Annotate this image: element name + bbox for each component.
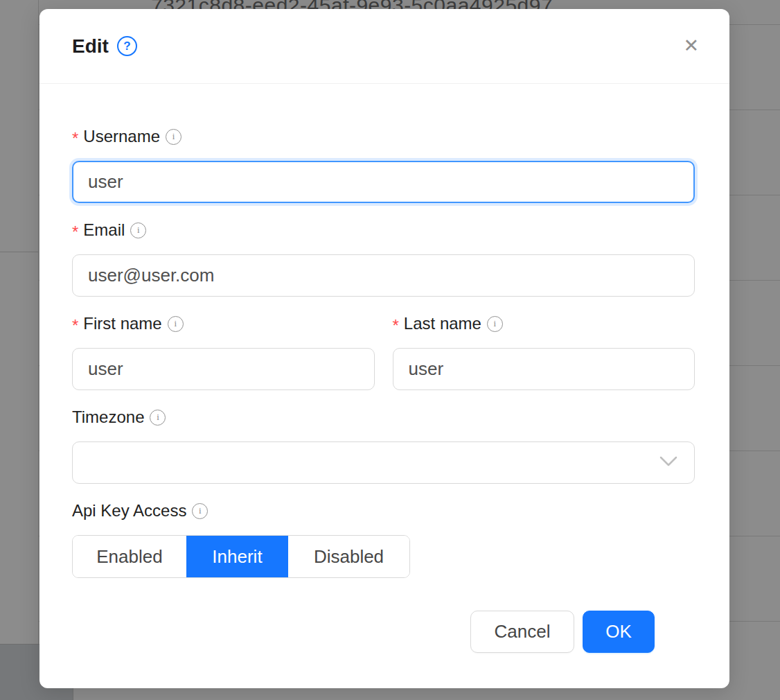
api-key-option-enabled[interactable]: Enabled <box>73 536 186 577</box>
api-key-access-label-row: Api Key Access i <box>72 499 695 523</box>
info-icon[interactable]: i <box>166 129 181 145</box>
api-key-access-group: Enabled Inherit Disabled <box>72 535 410 578</box>
timezone-select[interactable] <box>72 441 695 484</box>
info-icon[interactable]: i <box>487 316 503 332</box>
username-input[interactable] <box>72 161 695 203</box>
first-name-label-row: * First name i <box>72 312 375 335</box>
username-label: Username <box>83 127 160 146</box>
last-name-label: Last name <box>404 314 481 333</box>
form-item-timezone: Timezone i <box>72 405 695 484</box>
info-icon[interactable]: i <box>192 503 208 519</box>
email-label: Email <box>83 220 125 240</box>
form-item-names: * First name i * Last name i <box>72 312 695 390</box>
last-name-label-row: * Last name i <box>393 312 695 335</box>
api-key-option-disabled[interactable]: Disabled <box>288 536 409 577</box>
ok-button[interactable]: OK <box>583 611 655 653</box>
form-item-api-key-access: Api Key Access i Enabled Inherit Disable… <box>72 499 695 578</box>
screen: 7321c8d8-eed2-45af-9e93-5c0aa4925d97 Edi… <box>0 0 780 700</box>
info-icon[interactable]: i <box>150 410 166 426</box>
dialog-header: Edit ? ✕ <box>39 9 729 84</box>
timezone-label-row: Timezone i <box>72 405 695 429</box>
form-item-username: * Username i <box>72 125 695 203</box>
timezone-label: Timezone <box>72 408 144 427</box>
dialog-body: * Username i * Email i * <box>39 84 729 653</box>
dialog-footer: Cancel OK <box>72 593 695 653</box>
required-mark: * <box>393 317 399 334</box>
chevron-down-icon <box>659 456 677 470</box>
first-name-input[interactable] <box>72 348 375 390</box>
help-icon[interactable]: ? <box>117 36 137 56</box>
first-name-label: First name <box>83 314 161 333</box>
email-label-row: * Email i <box>72 218 695 242</box>
required-mark: * <box>72 317 78 334</box>
api-key-option-inherit[interactable]: Inherit <box>186 536 288 577</box>
close-icon[interactable]: ✕ <box>680 34 702 58</box>
cancel-button[interactable]: Cancel <box>470 611 574 653</box>
last-name-column: * Last name i <box>393 312 695 390</box>
first-name-column: * First name i <box>72 312 375 390</box>
last-name-input[interactable] <box>393 348 695 390</box>
required-mark: * <box>72 224 78 240</box>
api-key-access-label: Api Key Access <box>72 501 186 520</box>
required-mark: * <box>72 130 78 147</box>
info-icon[interactable]: i <box>168 316 184 332</box>
dialog-title: Edit <box>72 35 109 58</box>
edit-dialog: Edit ? ✕ * Username i * Email i <box>39 9 729 688</box>
info-icon[interactable]: i <box>130 222 146 238</box>
form-item-email: * Email i <box>72 218 695 297</box>
email-input[interactable] <box>72 254 695 297</box>
username-label-row: * Username i <box>72 125 695 148</box>
